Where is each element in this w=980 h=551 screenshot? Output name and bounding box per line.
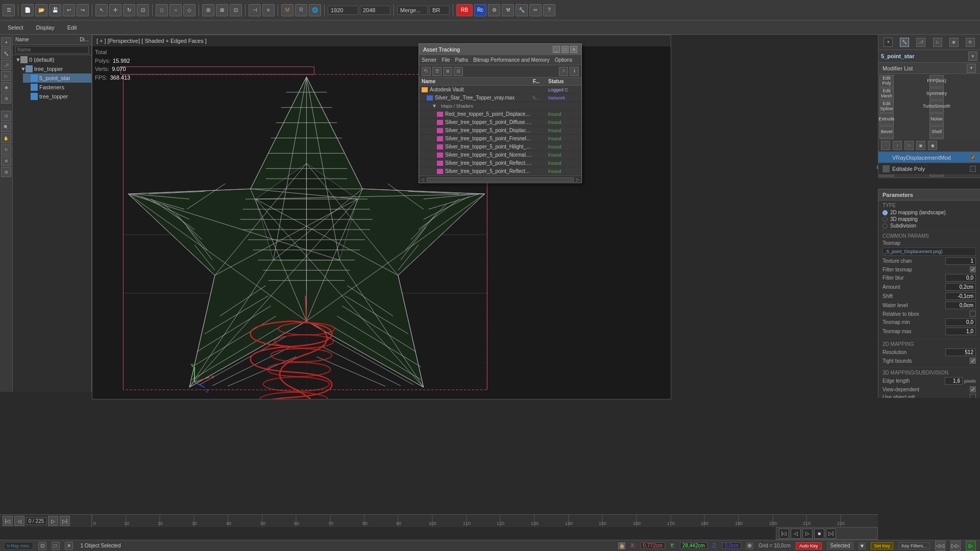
- tree-item-5-point-star[interactable]: 5_point_star: [23, 73, 91, 83]
- rp-tab-modify[interactable]: 🔧: [900, 38, 909, 47]
- turbosmooth-btn[interactable]: TurboSmooth: [929, 101, 944, 113]
- hierarchy-icon[interactable]: ⎇: [1, 60, 11, 70]
- scene-search-input[interactable]: [15, 46, 89, 54]
- tree-item-tree-topper2[interactable]: tree_topper: [23, 92, 91, 101]
- tools2-icon[interactable]: ⚒: [502, 4, 514, 16]
- extrude-btn[interactable]: Extrude: [879, 113, 894, 126]
- prev-frame-btn[interactable]: ◁: [14, 516, 24, 526]
- open-icon[interactable]: 📂: [35, 4, 47, 16]
- tools4-icon[interactable]: ✂: [529, 4, 542, 16]
- asset-tb-4[interactable]: ⊡: [454, 67, 463, 76]
- rotate-icon[interactable]: ↻: [123, 4, 135, 16]
- new-icon[interactable]: 📄: [21, 4, 34, 16]
- status-icon-1[interactable]: ⊡: [38, 542, 46, 550]
- asset-row-img0[interactable]: Red_tree_topper_5_point_Displacement.png…: [419, 110, 581, 118]
- filter-texmap-checkbox[interactable]: ✓: [970, 266, 976, 272]
- next-frame-btn[interactable]: ▷: [48, 516, 58, 526]
- texture-chan-input[interactable]: [945, 257, 976, 265]
- create-icon[interactable]: ✦: [1, 37, 11, 47]
- rp-tab-create[interactable]: ✦: [884, 38, 893, 47]
- scale-icon[interactable]: ⊡: [137, 4, 149, 16]
- amount-input[interactable]: [945, 283, 976, 291]
- modifier-vray-displacement[interactable]: VRayDisplacementMod ✓: [878, 152, 980, 163]
- pan-icon[interactable]: ✋: [1, 133, 11, 143]
- win-restore-btn[interactable]: □: [561, 46, 569, 53]
- help-icon[interactable]: ?: [543, 4, 555, 16]
- shell-btn[interactable]: Shell: [929, 126, 944, 138]
- asset-row-img3[interactable]: Silver_tree_topper_5_point_Fresnel_IOR.p…: [419, 135, 581, 143]
- snap-icon[interactable]: ⊞: [202, 4, 214, 16]
- select-menu[interactable]: Select: [5, 23, 26, 32]
- asset-row-maps[interactable]: ▼ Maps / Shaders: [419, 102, 581, 110]
- type-3d-row[interactable]: 3D mapping: [883, 216, 976, 222]
- asset-scrollbar[interactable]: ◁ ▷: [419, 176, 581, 183]
- field-of-view-icon[interactable]: ⊗: [1, 156, 11, 166]
- save-icon[interactable]: 💾: [49, 4, 61, 16]
- asset-tb-2[interactable]: ☰: [432, 67, 442, 76]
- material-icon[interactable]: M: [281, 4, 293, 16]
- asset-scroll-track[interactable]: [427, 178, 574, 182]
- type-2d-row[interactable]: 2D mapping (landscape): [883, 210, 976, 215]
- snap3d-icon[interactable]: ⊡: [230, 4, 242, 16]
- anim-play-btn[interactable]: ▷: [802, 529, 813, 539]
- asset-row-img6[interactable]: Silver_tree_topper_5_point_Reflect.png F…: [419, 159, 581, 167]
- rp-tab-display[interactable]: ◉: [949, 38, 959, 47]
- asset-tb-info[interactable]: ℹ: [570, 67, 579, 76]
- frame-step-back-btn[interactable]: ◁◁: [935, 541, 945, 551]
- modify-icon[interactable]: 🔧: [1, 48, 11, 59]
- edit-menu[interactable]: Edit: [65, 23, 80, 32]
- sub-element-btn[interactable]: ◼: [928, 141, 937, 150]
- utilities-icon[interactable]: ⚙: [1, 93, 11, 104]
- rb-icon[interactable]: RB: [456, 4, 473, 16]
- mirror-icon[interactable]: ⊣: [249, 4, 261, 16]
- frame-step-fwd-btn[interactable]: ▷▷: [950, 541, 961, 551]
- box-select-icon[interactable]: □: [156, 4, 168, 16]
- tree-item-default[interactable]: ▼ 0 (default): [13, 55, 91, 64]
- asset-row-vault[interactable]: Autodesk Vault Logged C: [419, 86, 581, 94]
- modifier-vray-disp-toggle[interactable]: ✓: [970, 155, 976, 161]
- type-subdiv-row[interactable]: Subdivision: [883, 223, 976, 229]
- bevel-btn[interactable]: Bevel: [879, 126, 894, 138]
- asset-menu-server[interactable]: Server: [422, 57, 436, 63]
- tree-item-tree-topper[interactable]: ▼ tree_topper: [18, 64, 91, 73]
- view-dependent-checkbox[interactable]: ✓: [970, 386, 976, 392]
- modifier-editable-poly-toggle[interactable]: [970, 166, 976, 172]
- asset-menu-options[interactable]: Options: [555, 57, 572, 63]
- asset-row-img7[interactable]: Silver_tree_topper_5_point_Reflect_gloss…: [419, 167, 581, 176]
- type-subdiv-radio[interactable]: [883, 223, 888, 229]
- object-name-dropdown[interactable]: ▼: [968, 52, 977, 61]
- rp-tab-hierarchy[interactable]: ⎇: [916, 38, 925, 47]
- min-max-icon[interactable]: ⊞: [1, 167, 11, 177]
- asset-tb-1[interactable]: 🔌: [422, 67, 431, 76]
- relative-bbox-checkbox[interactable]: [970, 311, 976, 317]
- win-minimize-btn[interactable]: _: [553, 46, 560, 53]
- symmetry-btn[interactable]: Symmetry: [929, 88, 944, 100]
- last-frame-btn[interactable]: ▷|: [60, 516, 70, 526]
- environment-icon[interactable]: 🌐: [309, 4, 321, 16]
- viewport[interactable]: [ + ] [Perspective] [ Shaded + Edged Fac…: [92, 35, 671, 399]
- set-key-btn[interactable]: Set Key: [871, 542, 893, 549]
- app-menu-icon[interactable]: ☰: [3, 4, 15, 16]
- lock-icon[interactable]: 🔒: [618, 542, 625, 549]
- modifier-dropdown-btn[interactable]: ▼: [967, 64, 976, 73]
- sub-vertex-btn[interactable]: ·: [881, 141, 890, 150]
- display-menu[interactable]: Display: [34, 23, 57, 32]
- auto-key-btn[interactable]: Auto Key: [796, 542, 822, 549]
- edit-poly-btn[interactable]: Edit Poly: [879, 75, 894, 87]
- display-panel-icon[interactable]: ◉: [1, 82, 11, 92]
- zoom-extents-icon[interactable]: ⊡: [1, 111, 11, 121]
- frame-input[interactable]: [26, 517, 46, 525]
- selected-dropdown[interactable]: ▼: [859, 542, 866, 549]
- asset-tb-help[interactable]: ?: [559, 67, 568, 76]
- motion-icon[interactable]: ▷: [1, 71, 11, 81]
- undo-icon[interactable]: ↩: [63, 4, 75, 16]
- render-icon[interactable]: R: [295, 4, 307, 16]
- tools1-icon[interactable]: ⚙: [488, 4, 500, 16]
- asset-menu-paths[interactable]: Paths: [455, 57, 469, 63]
- absolute-mode-icon[interactable]: ⊕: [746, 542, 753, 549]
- anim-next-btn[interactable]: ▷|: [826, 529, 836, 539]
- tree-item-fasteners[interactable]: Fasteners: [23, 83, 91, 92]
- edge-length-input[interactable]: [945, 377, 963, 385]
- tight-bounds-checkbox[interactable]: ✓: [970, 358, 976, 364]
- merge-field[interactable]: Merge...: [397, 6, 428, 15]
